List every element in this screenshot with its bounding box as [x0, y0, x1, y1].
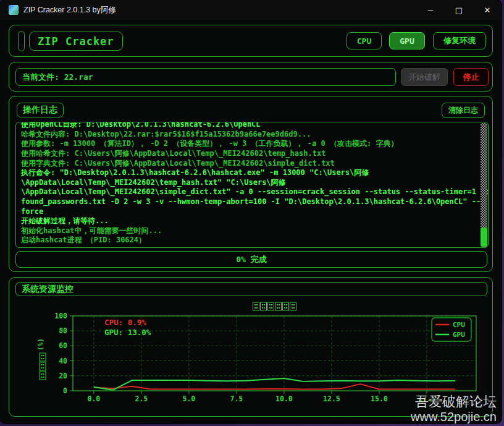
watermark-line1: 吾爱破解论坛: [411, 394, 497, 410]
svg-text:GPU: 13.0%: GPU: 13.0%: [104, 328, 151, 337]
svg-text:0: 0: [63, 386, 67, 395]
log-line: 哈希文件内容: D:\Desktop\22.rar:$rar5$16$f15a1…: [21, 130, 477, 140]
close-icon[interactable]: ✕: [473, 0, 502, 20]
log-line: force: [21, 207, 477, 217]
svg-text:5.0: 5.0: [183, 394, 196, 403]
app-window: ZIP Cracker 2.0.1.3 by阿修 ─ □ ✕ ZIP Crack…: [0, 0, 502, 424]
log-line: 使用字典文件: C:\Users\阿修\AppData\Local\Temp\_…: [21, 159, 477, 169]
log-line: \AppData\Local\Temp\_MEI242602\temp_hash…: [21, 178, 477, 188]
log-line: found_passwords.txt -D 2 -w 3 -v --hwmon…: [21, 197, 477, 207]
window-controls: ─ □ ✕: [416, 0, 502, 20]
header-panel: ZIP Cracker CPUGPU修复环境: [9, 25, 493, 57]
svg-text:0.0: 0.0: [87, 394, 100, 403]
log-line: 初始化hashcat中，可能需要一些时间...: [21, 226, 477, 236]
svg-text:100: 100: [54, 312, 67, 320]
log-scrollbar-thumb[interactable]: [481, 228, 487, 247]
log-line: 使用OpenCL目录: D:\Desktop\2.0.1.3\hashcat-6…: [21, 122, 477, 130]
progress-bar: 0% 完成: [15, 251, 487, 268]
svg-text:10.0: 10.0: [275, 394, 293, 403]
watermark: 吾爱破解论坛 www.52pojie.cn: [411, 394, 497, 424]
maximize-icon[interactable]: □: [445, 0, 473, 20]
gpu-mode-button[interactable]: GPU: [389, 32, 425, 49]
log-line: 启动hashcat进程 （PID: 30624）: [21, 236, 477, 245]
repair-env-button[interactable]: 修复环境: [433, 32, 486, 49]
stop-button[interactable]: 停止: [453, 68, 489, 86]
clear-log-button[interactable]: 清除日志: [442, 103, 485, 118]
file-panel: 当前文件: 22.rar 开始破解 停止: [9, 62, 493, 92]
svg-text:7.5: 7.5: [230, 394, 243, 403]
svg-text:GPU: GPU: [453, 331, 465, 339]
current-file-field[interactable]: 当前文件: 22.rar: [15, 68, 396, 86]
log-line: 执行命令: "D:\Desktop\2.0.1.3\hashcat-6.2.6\…: [21, 168, 477, 178]
cpu-mode-button[interactable]: CPU: [346, 32, 382, 49]
titlebar: ZIP Cracker 2.0.1.3 by阿修 ─ □ ✕: [0, 0, 502, 20]
log-line: 使用参数: -m 13000 （算法ID）， -D 2 （设备类型）， -w 3…: [21, 139, 477, 149]
watermark-line2: www.52pojie.cn: [411, 410, 497, 424]
app-icon: [9, 5, 19, 15]
log-line: 开始破解过程，请等待...: [21, 216, 477, 226]
svg-text:2.5: 2.5: [135, 394, 148, 403]
svg-text:CPU: 0.9%: CPU: 0.9%: [104, 318, 146, 327]
svg-text:12.5: 12.5: [323, 394, 340, 403]
log-output[interactable]: 使用OpenCL目录: D:\Desktop\2.0.1.3\hashcat-6…: [15, 122, 489, 248]
svg-text:CPU: CPU: [453, 321, 465, 329]
window-title: ZIP Cracker 2.0.1.3 by阿修: [23, 5, 116, 15]
log-section-title: 操作日志: [17, 103, 64, 117]
svg-text:60: 60: [59, 341, 67, 350]
log-panel: 操作日志 清除日志 使用OpenCL目录: D:\Desktop\2.0.1.3…: [9, 96, 493, 272]
svg-text:15.0: 15.0: [371, 394, 388, 403]
svg-text:80: 80: [59, 326, 67, 335]
svg-text:40: 40: [59, 357, 67, 365]
svg-text:(%): (%): [36, 338, 44, 351]
zipper-icon: [18, 31, 25, 51]
log-lines: 使用OpenCL目录: D:\Desktop\2.0.1.3\hashcat-6…: [21, 122, 477, 245]
log-line: \AppData\Local\Temp\_MEI242602\simple_di…: [21, 187, 477, 197]
minimize-icon[interactable]: ─: [416, 0, 445, 20]
svg-text:20: 20: [59, 372, 67, 380]
app-logo: ZIP Cracker: [29, 32, 123, 51]
start-crack-button: 开始破解: [401, 68, 448, 86]
log-scrollbar[interactable]: [481, 123, 487, 247]
log-line: 使用哈希文件: C:\Users\阿修\AppData\Local\Temp\_…: [21, 149, 477, 159]
monitor-section-title: 系统资源监控: [15, 282, 487, 296]
